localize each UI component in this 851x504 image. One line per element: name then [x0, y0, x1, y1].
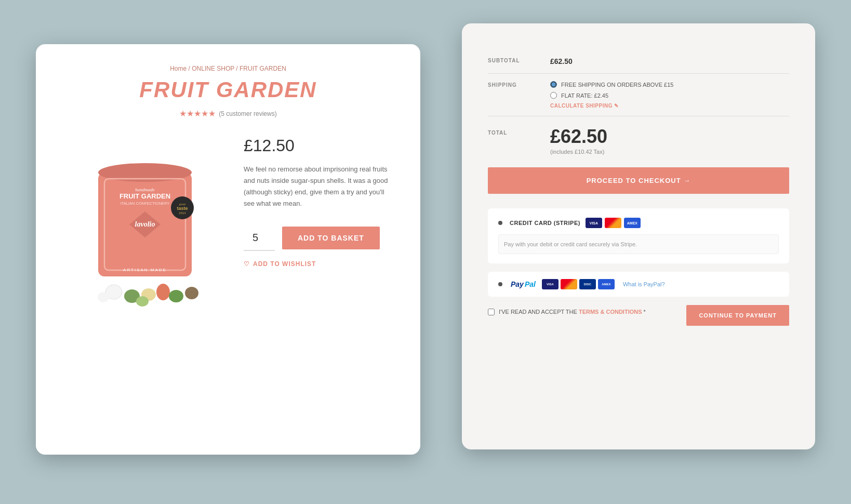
bullet-icon	[498, 221, 502, 225]
proceed-to-checkout-button[interactable]: PROCEED TO CHECKOUT →	[488, 167, 789, 194]
paypal-logo: PayPal	[511, 280, 536, 288]
paypal-bullet	[498, 282, 502, 286]
shipping-free-radio[interactable]	[550, 81, 557, 88]
product-image: lavolio handmade FRUIT GARDEN ITALIAN CO…	[62, 131, 228, 308]
product-description: We feel no remorse about imprisoning rea…	[244, 164, 394, 209]
visa-icon: VISA	[586, 218, 602, 228]
star-rating: ★★★★★	[179, 109, 216, 118]
subtotal-amount: £62.50	[550, 57, 573, 65]
what-is-paypal-link[interactable]: What is PayPal?	[623, 281, 665, 287]
paypal-section: PayPal VISA DISC AMEX What is PayPal?	[488, 272, 789, 297]
breadcrumb: Home / ONLINE SHOP / FRUIT GARDEN	[62, 65, 394, 72]
product-page-card: Home / ONLINE SHOP / FRUIT GARDEN FRUIT …	[36, 44, 420, 455]
shipping-label: SHIPPING	[488, 81, 550, 88]
svg-point-19	[156, 284, 170, 300]
svg-text:ARTISAN MADE: ARTISAN MADE	[123, 268, 167, 272]
stripe-description: Pay with your debit or credit card secur…	[498, 234, 779, 254]
svg-text:taste: taste	[177, 206, 188, 211]
svg-text:lavolio: lavolio	[135, 220, 155, 228]
quantity-input[interactable]	[244, 225, 275, 251]
mastercard-icon	[605, 218, 621, 228]
total-label: TOTAL	[488, 126, 550, 136]
continue-to-payment-button[interactable]: CONTINUE TO PAYMENT	[686, 305, 789, 326]
svg-text:handmade: handmade	[135, 187, 155, 192]
svg-text:2014: 2014	[179, 211, 186, 215]
add-to-basket-row: ADD TO BASKET	[244, 225, 394, 251]
card-icons: VISA AMEX	[586, 218, 641, 228]
rating-row: ★★★★★ (5 customer reviews)	[62, 109, 394, 118]
svg-text:FRUIT GARDEN: FRUIT GARDEN	[119, 192, 170, 200]
svg-point-22	[185, 287, 198, 299]
breadcrumb-home[interactable]: Home	[170, 65, 187, 72]
product-price: £12.50	[244, 136, 394, 155]
calculate-shipping-link[interactable]: CALCULATE SHIPPING ✎	[550, 103, 789, 109]
credit-card-label: CREDIT CARD (STRIPE)	[510, 220, 580, 226]
svg-point-21	[98, 292, 109, 302]
svg-text:ITALIAN CONFECTIONERY: ITALIAN CONFECTIONERY	[121, 201, 170, 206]
subtotal-label: SUBTOTAL	[488, 57, 550, 63]
add-to-wishlist-row[interactable]: ♡ ADD TO WISHLIST	[244, 260, 394, 268]
terms-text: I'VE READ AND ACCEPT THE TERMS & CONDITI…	[499, 309, 646, 315]
shipping-flat-radio[interactable]	[550, 92, 557, 99]
page-title: FRUIT GARDEN	[62, 77, 394, 102]
terms-link[interactable]: TERMS & CONDITIONS	[579, 309, 642, 315]
total-amount: £62.50	[550, 126, 789, 148]
terms-row: I'VE READ AND ACCEPT THE TERMS & CONDITI…	[488, 309, 646, 315]
heart-icon: ♡	[244, 260, 250, 268]
paypal-discover-icon: DISC	[579, 279, 596, 289]
credit-card-header: CREDIT CARD (STRIPE) VISA AMEX	[498, 218, 779, 228]
subtotal-row: SUBTOTAL £62.50	[488, 49, 789, 74]
shipping-option-flat[interactable]: FLAT RATE: £2.45	[550, 92, 789, 99]
breadcrumb-shop[interactable]: ONLINE SHOP	[192, 65, 234, 72]
checkout-card: SUBTOTAL £62.50 SHIPPING FREE SHIPPING O…	[462, 23, 815, 449]
credit-card-section: CREDIT CARD (STRIPE) VISA AMEX Pay with …	[488, 208, 789, 263]
shipping-row: SHIPPING FREE SHIPPING ON ORDERS ABOVE £…	[488, 74, 789, 116]
shipping-option-free[interactable]: FREE SHIPPING ON ORDERS ABOVE £15	[550, 81, 789, 88]
breadcrumb-product[interactable]: FRUIT GARDEN	[240, 65, 286, 72]
svg-point-23	[136, 296, 149, 307]
product-details: £12.50 We feel no remorse about imprison…	[244, 131, 394, 268]
paypal-amex-icon: AMEX	[598, 279, 615, 289]
paypal-card-icons: VISA DISC AMEX	[542, 279, 615, 289]
add-to-wishlist-label[interactable]: ADD TO WISHLIST	[253, 260, 316, 268]
shipping-free-label: FREE SHIPPING ON ORDERS ABOVE £15	[561, 82, 673, 88]
review-count[interactable]: (5 customer reviews)	[219, 110, 276, 117]
add-to-basket-button[interactable]: ADD TO BASKET	[282, 227, 380, 249]
shipping-options: FREE SHIPPING ON ORDERS ABOVE £15 FLAT R…	[550, 81, 789, 99]
total-tax: (includes £10.42 Tax)	[550, 149, 789, 155]
total-row: TOTAL £62.50 (includes £10.42 Tax)	[488, 116, 789, 167]
svg-point-20	[169, 290, 183, 302]
amex-icon: AMEX	[624, 218, 641, 228]
paypal-mc-icon	[561, 279, 577, 289]
shipping-flat-label: FLAT RATE: £2.45	[561, 92, 608, 99]
terms-checkbox[interactable]	[488, 309, 495, 315]
paypal-visa-icon: VISA	[542, 279, 559, 289]
